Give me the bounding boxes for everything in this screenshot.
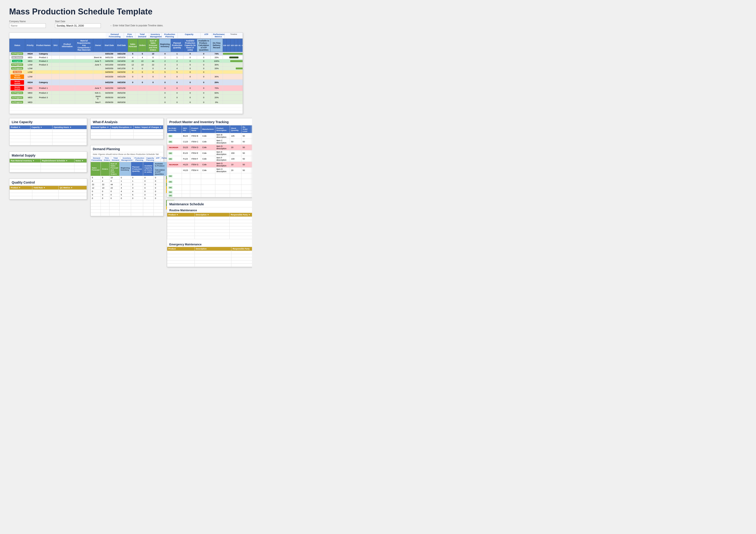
- owner-cell: June T.: [93, 63, 103, 66]
- status-badge: Complete: [12, 60, 22, 62]
- bi-cell: 0: [159, 91, 171, 95]
- owner-cell: [93, 80, 103, 85]
- table-row: [91, 200, 174, 203]
- pm-col-name: Product Name: [190, 125, 201, 133]
- rol-cell: 50: [241, 156, 251, 162]
- mfr-cell: Cole: [201, 133, 215, 139]
- end-cell: 04/18/30: [116, 59, 128, 63]
- stock-cell: 50: [230, 139, 241, 145]
- reorder-badge: OK: [168, 140, 173, 143]
- gantt-header-label: Timeline: [225, 33, 243, 38]
- td-cell: [147, 100, 159, 104]
- name-cell: ITEM G: [190, 162, 201, 167]
- left-stack: Line Capacity Product ▼ Capacity ▼ Opera…: [9, 118, 87, 203]
- priority-cell: MED: [25, 59, 35, 63]
- table-row: In Progress MED Product 3 Jason D. 05/05…: [10, 95, 243, 100]
- col-start: Start Date: [103, 39, 116, 52]
- pm-col-stock: Stock Quantity: [230, 125, 241, 133]
- table-row: OK Not Started: [167, 185, 252, 191]
- info-cell: [59, 63, 75, 66]
- ac-cell: 0: [183, 56, 197, 59]
- sf-cell: 5: [128, 52, 138, 56]
- gantt-date-1: 3/26: [223, 39, 227, 52]
- stock-cell: 100: [230, 156, 241, 162]
- start-cell: 05/06/30: [103, 100, 116, 104]
- sf-cell: 0: [128, 74, 138, 80]
- bi-cell: 5: [159, 70, 171, 74]
- em-col-product: Product: [167, 247, 195, 251]
- table-row: OK C123 ITEM C Cole Item C description 5…: [167, 139, 252, 145]
- start-cell: 04/02/30: [103, 59, 116, 63]
- otd-cell: 30%: [210, 63, 223, 66]
- dp-section-total: Total Demand: [111, 157, 121, 162]
- td-cell: 8: [147, 56, 159, 59]
- table-row: 0004400: [91, 190, 174, 193]
- table-row: [10, 133, 87, 136]
- qc-col-metrics: QC Metrics ▼: [59, 186, 87, 190]
- em-col-party: Responsible Party: [231, 247, 252, 251]
- days-cell: 14: [251, 145, 252, 150]
- col-available-capacity: Available Production Capacity (In hours …: [183, 39, 197, 52]
- start-cell: 04/01/30: [103, 56, 116, 59]
- info-cell: [59, 85, 75, 91]
- table-row: [91, 136, 163, 139]
- table-row: OK B123 ITEM B Cole Item B description 1…: [167, 133, 252, 139]
- mfr-cell: Cole: [201, 167, 215, 173]
- product-cell: Product 1: [35, 56, 52, 59]
- page-title: Mass Production Schedule Template: [9, 7, 243, 16]
- table-row: In Progress MED Sea F. 05/06/30 06/03/30…: [10, 100, 243, 104]
- name-cell: ITEM B: [190, 133, 201, 139]
- ac-cell: 0: [183, 59, 197, 63]
- table-row: OK E123 ITEM E Cole Item E description 2…: [167, 150, 252, 156]
- reorder-badge: OK: [168, 181, 173, 183]
- end-cell: 04/21/30: [116, 74, 128, 80]
- product-cell: Product 1: [35, 85, 52, 91]
- table-row: Needs Update HIGH Category 04/22/30 04/2…: [10, 80, 243, 85]
- sf-cell: 0: [128, 70, 138, 74]
- main-schedule-panel: Demand Forecasting Firm Orders Total Dem…: [9, 33, 243, 114]
- table-row: [167, 261, 252, 264]
- whatif-panel: What-If Analysis Demand Spikes ▼ Supply …: [90, 118, 164, 139]
- qc-title: Quality Control: [10, 179, 87, 186]
- dp-section-firm: Firm Orders: [103, 157, 111, 162]
- otd-cell: 70%: [210, 85, 223, 91]
- table-row: In Progress LOW 04/03/30 04/12/30 0 0 0 …: [10, 66, 243, 70]
- ac-cell: 0: [183, 52, 197, 56]
- product-cell: Product 2: [35, 59, 52, 63]
- end-cell: 06/03/30: [116, 100, 128, 104]
- start-date-input[interactable]: [55, 23, 101, 28]
- emergency-maintenance-table: Product Description Responsible Party Da…: [167, 247, 252, 267]
- info-cell: [59, 56, 75, 59]
- sku-cell: [52, 56, 59, 59]
- col-sales-forecast: Sales Forecast: [128, 39, 138, 52]
- section-demand-forecasting: Demand Forecasting: [106, 33, 124, 38]
- desc-cell: Item C description: [215, 139, 230, 145]
- owner-cell: [93, 70, 103, 74]
- pp-cell: 1: [171, 56, 183, 59]
- mfr-cell: Cole: [201, 156, 215, 162]
- product-master-panel: Product Master and Inventory Tracking Re…: [167, 118, 252, 197]
- table-row: [91, 129, 163, 133]
- reorder-badge: OK: [168, 175, 173, 177]
- material-cell: [75, 63, 93, 66]
- wi-col-demand: Demand Spikes ▼: [91, 125, 110, 129]
- table-row: 4481100: [91, 179, 174, 183]
- gantt-date-2: 3/27: [227, 39, 230, 52]
- priority-cell: LOW: [25, 74, 35, 80]
- desc-cell: Item D description: [215, 145, 230, 150]
- sf-cell: 4: [128, 56, 138, 59]
- pm-col-desc: Product Description: [215, 125, 230, 133]
- table-row: H123 ITEM H Cole Item H description 20 5…: [167, 167, 252, 173]
- start-cell: 04/22/30: [103, 80, 116, 85]
- ord-cell: [138, 100, 147, 104]
- td-cell: 22: [147, 63, 159, 66]
- table-row: [10, 193, 87, 196]
- rol-cell: 50: [241, 133, 251, 139]
- col-material-req: Material Requirements: Key Components / …: [75, 39, 93, 52]
- start-date-group: Start Date: [55, 20, 101, 28]
- ord-cell: 5: [138, 52, 147, 56]
- company-name-input[interactable]: [9, 23, 46, 28]
- table-row: [10, 111, 243, 114]
- sku-cell: [52, 85, 59, 91]
- otd-cell: 26%: [210, 80, 223, 85]
